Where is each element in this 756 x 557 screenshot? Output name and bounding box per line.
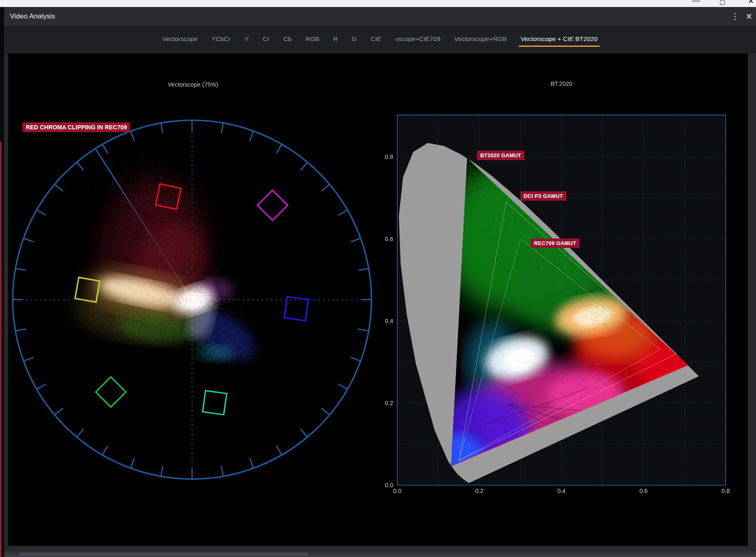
tab-cb[interactable]: Cb <box>281 33 293 47</box>
tab-ycbcr[interactable]: YCbCr <box>209 33 233 47</box>
parent-maximize-icon[interactable]: ▢ <box>719 0 725 6</box>
bt2020-gamut-label: BT2020 GAMUT <box>477 151 525 160</box>
y-tick-3: 0.2 <box>375 400 393 406</box>
screen: — ▢ ✕ Video Analysis ⋮ ✕ Vectorscope YCb… <box>0 0 756 557</box>
tab-rgb[interactable]: RGB <box>303 33 321 47</box>
kebab-menu-icon[interactable]: ⋮ <box>730 9 740 23</box>
close-icon[interactable]: ✕ <box>743 9 755 23</box>
parent-close-icon[interactable]: ✕ <box>748 0 754 5</box>
dci-p3-gamut-label: DCI P3 GAMUT <box>520 191 566 201</box>
titlebar: Video Analysis ⋮ ✕ <box>4 7 756 26</box>
x-tick-4: 0.8 <box>717 488 735 494</box>
tab-vectorscope-cie-bt2020[interactable]: Vectorscope + CIE BT2020 <box>519 33 600 47</box>
rec709-gamut-label: REC709 GAMUT <box>531 238 580 248</box>
tab-cr[interactable]: Cr <box>261 33 271 47</box>
parent-window-strip: — ▢ ✕ <box>0 0 756 7</box>
horizontal-scrollbar-thumb[interactable] <box>19 552 309 556</box>
x-tick-1: 0.2 <box>470 488 488 494</box>
tab-g[interactable]: G <box>350 33 359 47</box>
tab-r[interactable]: R <box>331 33 340 47</box>
tab-vscope-cie709[interactable]: vscope+CIE709 <box>393 33 442 47</box>
y-tick-0: 0.8 <box>375 154 393 160</box>
y-tick-2: 0.4 <box>375 318 393 324</box>
red-edge-marker <box>0 142 2 557</box>
x-tick-0: 0.0 <box>388 488 406 494</box>
scopes-panel: Vectorscope (75%) BT.2020 RED CHROMA CLI… <box>8 53 748 546</box>
tab-cie[interactable]: CIE <box>369 33 383 47</box>
tab-y[interactable]: Y <box>243 33 251 47</box>
tab-bar: Vectorscope YCbCr Y Cr Cb RGB R G CIE vs… <box>4 26 756 53</box>
window-title: Video Analysis <box>10 7 55 26</box>
x-tick-3: 0.6 <box>635 488 653 494</box>
red-clipping-annotation: RED CHROMA CLIPPING IN REC709 <box>23 122 130 132</box>
y-tick-1: 0.6 <box>375 236 393 242</box>
vectorscope-title: Vectorscope (75%) <box>131 81 254 88</box>
tab-vectorscope[interactable]: Vectorscope <box>160 33 199 47</box>
tab-vectorscope-rgb[interactable]: Vectorscope+RGB <box>452 33 509 47</box>
cie-title: BT.2020 <box>520 80 603 87</box>
parent-minimize-icon[interactable]: — <box>692 0 700 5</box>
y-tick-4: 0.0 <box>375 482 393 488</box>
x-tick-2: 0.4 <box>552 488 570 494</box>
